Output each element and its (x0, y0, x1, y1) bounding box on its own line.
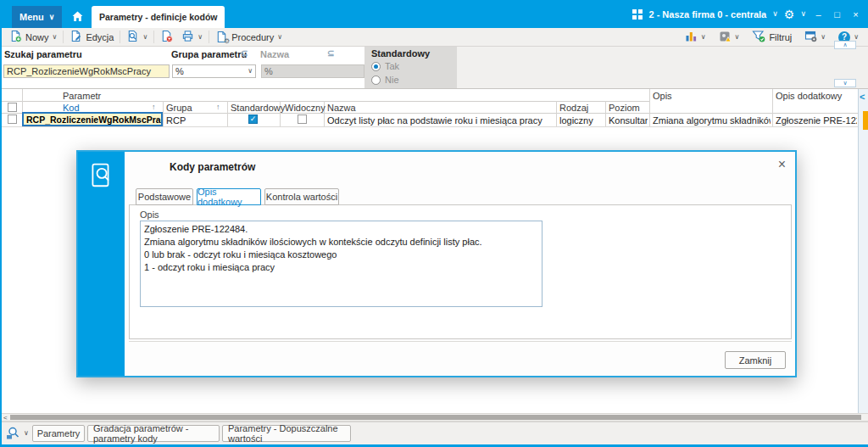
tab-title: Parametry - definicje kodów (99, 12, 217, 22)
cell-grupa[interactable]: RCP (166, 115, 225, 126)
search-input[interactable]: RCP_RozliczenieWgRokMscPracy (3, 64, 170, 78)
cell-kod-selected[interactable]: RCP_RozliczenieWgRokMscPracy (22, 112, 163, 126)
name-filter-input[interactable]: % (261, 64, 364, 78)
grid-settings-button[interactable]: ∨ (800, 29, 830, 46)
column-header-grupa[interactable]: Grupa (166, 103, 192, 113)
grid-band-divider (2, 101, 649, 102)
scrollbar-thumb[interactable] (10, 415, 861, 420)
maximize-button[interactable]: □ (831, 9, 843, 20)
chevron-down-icon[interactable]: ∨ (800, 10, 806, 18)
grid-vline (649, 89, 650, 126)
list-view-magnifier-icon[interactable] (6, 426, 20, 442)
cell-opis-dodatkowy[interactable]: Zgłoszenie PRE-122484. Zm (776, 115, 857, 126)
chevron-down-icon[interactable]: ∨ (772, 10, 778, 18)
cell-poziom[interactable]: Konsultant (609, 115, 648, 126)
dialog-opis-textarea[interactable]: Zgłoszenie PRE-122484. Zmiana algorytmu … (140, 221, 542, 307)
column-header-standardowy[interactable]: Standardowy (231, 103, 285, 113)
print-button[interactable]: ∨ (177, 29, 207, 46)
search-value: RCP_RozliczenieWgRokMscPracy (7, 66, 151, 76)
chevron-left-icon[interactable]: < (860, 92, 865, 102)
column-header-opis[interactable]: Opis (653, 91, 672, 101)
toolbar-separator (63, 31, 64, 43)
filter-button[interactable]: Filtruj (748, 29, 796, 46)
radio-option-nie[interactable]: Nie (371, 75, 399, 85)
grid-vline (772, 89, 773, 126)
dialog-kody-parametrow: Kody parametrów × Podstawowe Opis dodatk… (76, 150, 797, 377)
dialog-tab-label: Opis dodatkowy (198, 187, 260, 207)
bottom-tab-parametry[interactable]: Parametry (32, 425, 85, 442)
collapse-up-button[interactable]: ∧ (834, 41, 856, 49)
collapse-down-button[interactable]: ∨ (834, 79, 856, 87)
minimize-button[interactable]: – (812, 9, 825, 20)
procedures-button[interactable]: ⚙ Procedury ∨ (211, 29, 287, 46)
preview-button[interactable]: ∨ (122, 29, 152, 46)
filter-operator-icon[interactable]: ⊆ (241, 48, 248, 58)
select-all-checkbox[interactable] (8, 103, 17, 112)
standard-filter-label: Standardowy (371, 48, 430, 59)
dialog-tab-opis-dodatkowy[interactable]: Opis dodatkowy (197, 188, 261, 205)
chevron-down-icon: ∨ (248, 68, 253, 75)
chart-view-button[interactable]: ∨ (681, 29, 710, 46)
cell-widoczny-checkbox[interactable] (298, 115, 307, 124)
bottom-tab-dopuszczalne[interactable]: Parametry - Dopuszczalne wartości (222, 425, 351, 442)
edit-button[interactable]: Edycja (65, 29, 118, 46)
filter-label: Filtruj (769, 32, 792, 42)
column-header-widoczny[interactable]: Widoczny (285, 103, 326, 113)
chevron-down-icon[interactable]: ∨ (24, 430, 29, 437)
check-icon: ✓ (250, 115, 257, 123)
chevron-down-icon: ∨ (735, 34, 740, 41)
band-header-parametr[interactable]: Parametr (63, 91, 101, 101)
row-checkbox[interactable] (8, 115, 17, 124)
column-header-nazwa[interactable]: Nazwa (327, 103, 356, 113)
organizer-button[interactable]: ∨ (715, 29, 744, 46)
column-header-poziom[interactable]: Poziom (609, 103, 640, 113)
name-filter-label: Nazwa (260, 49, 289, 59)
group-filter-value: % (175, 66, 184, 76)
close-button[interactable]: × (849, 9, 862, 20)
menu-button[interactable]: Menu ∨ (12, 6, 62, 28)
dialog-close-icon[interactable]: × (778, 157, 786, 172)
horizontal-scrollbar[interactable]: < (2, 413, 868, 422)
radio-option-tak[interactable]: Tak (371, 61, 399, 71)
chevron-down-icon: ∨ (821, 34, 826, 41)
cell-opis[interactable]: Zmiana algorytmu składników ilościc (653, 115, 771, 126)
procedures-label: Procedury (231, 32, 274, 42)
radio-tak-label: Tak (385, 61, 399, 71)
main-toolbar: Nowy ∨ Edycja ∨ ∨ (2, 28, 868, 47)
filter-operator-icon[interactable]: ⊆ (327, 48, 334, 58)
procedures-document-icon: ⚙ (215, 31, 228, 43)
column-header-opis-dodatkowy[interactable]: Opis dodatkowy (776, 91, 842, 101)
preview-document-icon (126, 30, 139, 44)
dialog-tab-podstawowe[interactable]: Podstawowe (136, 188, 193, 205)
bottom-tab-gradacja[interactable]: Gradacja parametrów - parametry kody (87, 425, 220, 442)
home-icon (70, 10, 85, 25)
edit-label: Edycja (86, 32, 114, 42)
toolbar-separator (120, 31, 120, 43)
group-filter-combobox[interactable]: % ∨ (172, 64, 256, 78)
column-header-rodzaj[interactable]: Rodzaj (559, 103, 588, 113)
grid-vline (605, 101, 606, 126)
scroll-left-arrow[interactable]: < (3, 414, 8, 422)
home-button[interactable] (64, 6, 90, 28)
gear-icon[interactable]: ⚙ (784, 8, 795, 21)
cell-standardowy-checkbox[interactable]: ✓ (248, 115, 258, 124)
sort-asc-icon[interactable]: ↑ (152, 103, 156, 111)
cell-nazwa[interactable]: Odczyt listy płac na podstawie roku i mi… (327, 115, 554, 126)
grid-vline (556, 101, 557, 126)
dialog-tab-kontrola-wartosci[interactable]: Kontrola wartości (264, 188, 339, 205)
sort-asc-icon[interactable]: ↑ (216, 103, 220, 111)
apps-grid-icon[interactable] (632, 9, 643, 20)
new-button[interactable]: Nowy ∨ (5, 29, 61, 46)
company-selector-label[interactable]: 2 - Nasza firma 0 - centrala (648, 9, 766, 20)
bottom-tab-bar: ∨ Parametry Gradacja parametrów - parame… (2, 422, 868, 444)
filter-panel: Szukaj parametru RCP_RozliczenieWgRokMsc… (2, 47, 868, 89)
bottom-tab-label: Parametry (37, 428, 81, 439)
right-panel-strip[interactable] (858, 89, 868, 413)
tab-parametry-definicje-kodow[interactable]: Parametry - definicje kodów (92, 6, 225, 28)
delete-button[interactable] (156, 29, 177, 46)
chevron-down-icon: ∨ (198, 34, 203, 41)
filter-funnel-icon (752, 30, 765, 44)
cell-rodzaj[interactable]: logiczny (559, 115, 604, 126)
close-dialog-button[interactable]: Zamknij (725, 351, 786, 369)
radio-selected-icon (371, 62, 381, 71)
